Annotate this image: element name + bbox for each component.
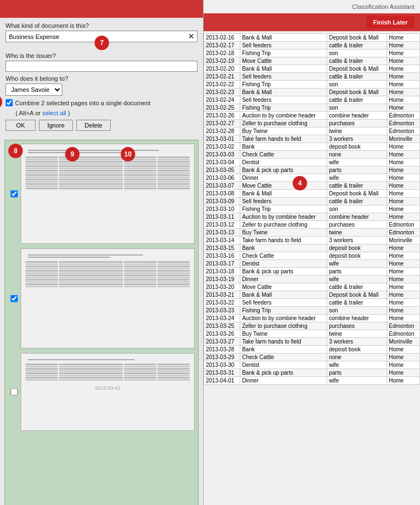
table-row[interactable]: 2013-04-01 Dinner wife Home bbox=[204, 377, 420, 385]
cell-category: Home bbox=[387, 81, 420, 89]
table-row[interactable]: 2013-03-31 Bank & pick up parts parts Ho… bbox=[204, 369, 420, 377]
cell-detail: wife bbox=[327, 377, 387, 385]
table-row[interactable]: 2013-02-25 Fishing Trip son Home bbox=[204, 104, 420, 112]
cell-detail: cattle & trailer bbox=[327, 182, 387, 190]
table-row[interactable]: 2013-03-21 Bank & Mall Deposit book & Ma… bbox=[204, 291, 420, 299]
table-row[interactable]: 2013-03-07 Move Cattle cattle & trailer … bbox=[204, 182, 420, 190]
table-row[interactable]: 2013-03-15 Bank deposit book Home bbox=[204, 244, 420, 252]
cell-detail: combine header bbox=[327, 315, 387, 322]
table-row[interactable]: 2013-03-11 Auction to by combine header … bbox=[204, 213, 420, 221]
table-row[interactable]: 2013-03-29 Check Cattle none Home bbox=[204, 354, 420, 361]
table-row[interactable]: 2013-03-05 Bank & pick up parts parts Ho… bbox=[204, 166, 420, 174]
cell-category: Home bbox=[387, 244, 420, 252]
page-checkbox-1[interactable] bbox=[11, 190, 18, 198]
classification-title: Classification Assistant bbox=[352, 3, 414, 10]
ignore-button[interactable]: Ignore bbox=[39, 120, 73, 131]
cell-detail: cattle & trailer bbox=[327, 96, 387, 104]
cell-date: 2013-03-12 bbox=[204, 221, 240, 229]
doc-page-content-1 bbox=[23, 146, 192, 192]
cell-detail: cattle & trailer bbox=[327, 73, 387, 81]
clear-button[interactable]: ✕ bbox=[185, 31, 197, 42]
table-row[interactable]: 2013-02-24 Sell feeders cattle & trailer… bbox=[204, 96, 420, 104]
select-all-link[interactable]: select all bbox=[42, 110, 66, 116]
finish-later-button[interactable]: Finish Later bbox=[367, 16, 414, 28]
cell-description: Check Cattle bbox=[240, 151, 327, 159]
table-row[interactable]: 2013-03-10 Fishing Trip son Home bbox=[204, 205, 420, 213]
table-row[interactable]: 2013-02-19 Move Cattle cattle & trailer … bbox=[204, 57, 420, 65]
cell-category: Home bbox=[387, 96, 420, 104]
table-row[interactable]: 2013-02-21 Sell feeders cattle & trailer… bbox=[204, 73, 420, 81]
preview-area[interactable]: 8 9 10 bbox=[4, 140, 199, 505]
cell-date: 2013-03-02 bbox=[204, 143, 240, 151]
doc-page-2 bbox=[21, 248, 195, 349]
cell-date: 2013-03-24 bbox=[204, 315, 240, 322]
table-area: 4 2013-02-16 Bank & Mall Deposit book & … bbox=[204, 31, 420, 502]
table-row[interactable]: 2013-03-06 Dinner wife Home bbox=[204, 174, 420, 182]
table-row[interactable]: 2013-03-08 Bank & Mall Deposit book & Ma… bbox=[204, 190, 420, 198]
table-row[interactable]: 2013-03-22 Sell feeders cattle & trailer… bbox=[204, 299, 420, 307]
table-row[interactable]: 2013-02-27 Zeller to purchase clothing p… bbox=[204, 120, 420, 128]
cell-category: Home bbox=[387, 166, 420, 174]
table-row[interactable]: 2013-03-12 Zeller to purchase clothing p… bbox=[204, 221, 420, 229]
cell-date: 2013-03-07 bbox=[204, 182, 240, 190]
table-row[interactable]: 2013-03-03 Check Cattle none Home bbox=[204, 151, 420, 159]
table-row[interactable]: 2013-03-26 Buy Twine twine Edmonton bbox=[204, 330, 420, 338]
cell-description: Bank & Mall bbox=[240, 89, 327, 96]
table-row[interactable]: 2013-02-23 Bank & Mall Deposit book & Ma… bbox=[204, 89, 420, 96]
cell-detail: wife bbox=[327, 159, 387, 166]
table-row[interactable]: 2013-03-24 Auction to by combine header … bbox=[204, 315, 420, 322]
table-row[interactable]: 2013-03-02 Bank deposit book Home bbox=[204, 143, 420, 151]
table-row[interactable]: 2013-02-16 Bank & Mall Deposit book & Ma… bbox=[204, 34, 420, 42]
table-row[interactable]: 2013-03-09 Sell feeders cattle & trailer… bbox=[204, 198, 420, 205]
table-row[interactable]: 2013-02-22 Fishing Trip son Home bbox=[204, 81, 420, 89]
table-row[interactable]: 2013-03-13 Buy Twine twine Edmonton bbox=[204, 229, 420, 237]
cell-detail: 3 workers bbox=[327, 338, 387, 346]
table-row[interactable]: 2013-02-18 Fishing Trip son Home bbox=[204, 50, 420, 57]
table-row[interactable]: 2013-03-28 Bank deposit book Home bbox=[204, 346, 420, 354]
cell-detail: combine header bbox=[327, 112, 387, 120]
cell-description: Bank & pick up parts bbox=[240, 166, 327, 174]
cell-description: Bank & Mall bbox=[240, 34, 327, 42]
ok-button[interactable]: OK bbox=[6, 120, 36, 131]
delete-button[interactable]: Delete bbox=[76, 120, 111, 131]
table-row[interactable]: 2013-03-04 Dentist wife Home bbox=[204, 159, 420, 166]
page-checkbox-2[interactable] bbox=[11, 295, 18, 302]
left-header bbox=[0, 0, 203, 18]
table-scroll[interactable]: 2013-02-16 Bank & Mall Deposit book & Ma… bbox=[204, 31, 420, 502]
belong-select[interactable]: James Savoie bbox=[6, 84, 62, 96]
left-panel: What kind of document is this? ✕ 7 Who i… bbox=[0, 0, 203, 505]
cell-category: Home bbox=[387, 354, 420, 361]
cell-date: 2013-02-26 bbox=[204, 112, 240, 120]
table-row[interactable]: 2013-02-20 Bank & Mall Deposit book & Ma… bbox=[204, 65, 420, 73]
combine-checkbox[interactable] bbox=[6, 99, 13, 106]
table-row[interactable]: 2013-03-25 Zeller to purchase clothing p… bbox=[204, 322, 420, 330]
table-row[interactable]: 2013-03-23 Fishing Trip son Home bbox=[204, 307, 420, 315]
table-row[interactable]: 2013-03-17 Dentist wife Home bbox=[204, 260, 420, 268]
table-row[interactable]: 2013-03-16 Check Cattle deposit book Hom… bbox=[204, 252, 420, 260]
cell-category: Home bbox=[387, 369, 420, 377]
table-row[interactable]: 2013-02-26 Auction to by combine header … bbox=[204, 112, 420, 120]
table-row[interactable]: 2013-03-18 Bank & pick up parts parts Ho… bbox=[204, 268, 420, 276]
cell-detail: deposit book bbox=[327, 346, 387, 354]
badge-10: 10 bbox=[121, 147, 135, 161]
table-row[interactable]: 2013-02-17 Sell feeders cattle & trailer… bbox=[204, 42, 420, 50]
table-row[interactable]: 2013-03-20 Move Cattle cattle & trailer … bbox=[204, 283, 420, 291]
cell-category: Home bbox=[387, 159, 420, 166]
cell-description: Bank & Mall bbox=[240, 65, 327, 73]
cell-category: Edmonton bbox=[387, 112, 420, 120]
table-row[interactable]: 2013-03-01 Take farm hands to field 3 wo… bbox=[204, 135, 420, 143]
page-checkbox-3[interactable] bbox=[11, 389, 18, 396]
cell-category: Home bbox=[387, 174, 420, 182]
cell-detail: purchases bbox=[327, 221, 387, 229]
table-row[interactable]: 2013-03-27 Take farm hands to field 3 wo… bbox=[204, 338, 420, 346]
cell-detail: son bbox=[327, 205, 387, 213]
table-row[interactable]: 2013-03-14 Take farm hands to field 3 wo… bbox=[204, 237, 420, 244]
cell-category: Home bbox=[387, 104, 420, 112]
issuer-input[interactable] bbox=[6, 61, 197, 72]
cell-description: Take farm hands to field bbox=[240, 338, 327, 346]
table-row[interactable]: 2013-02-28 Buy Twine twine Edmonton bbox=[204, 128, 420, 135]
table-row[interactable]: 2013-03-30 Dentist wife Home bbox=[204, 361, 420, 369]
cell-category: Edmonton bbox=[387, 128, 420, 135]
table-row[interactable]: 2013-03-19 Dinner wife Home bbox=[204, 276, 420, 283]
cell-date: 2013-03-27 bbox=[204, 338, 240, 346]
